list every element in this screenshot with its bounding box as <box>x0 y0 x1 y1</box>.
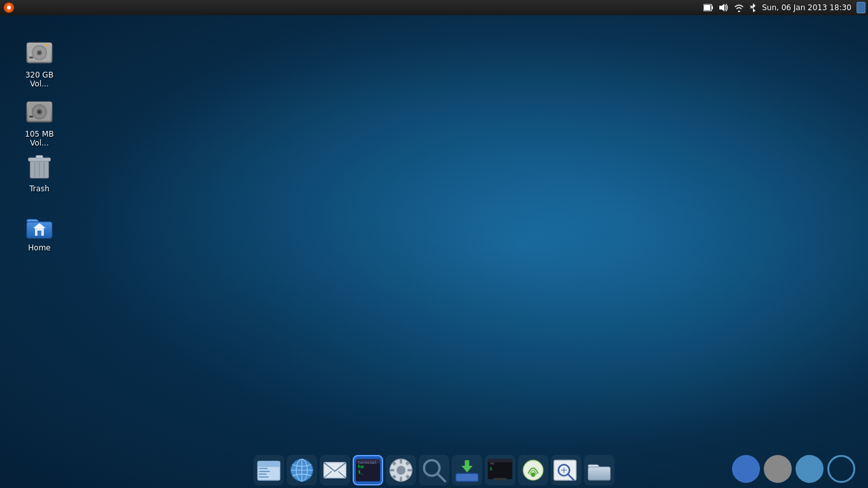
svg-rect-3 <box>712 6 713 10</box>
dock-button-1[interactable] <box>732 455 760 483</box>
dock-button-3[interactable] <box>796 455 824 483</box>
icon-label-home: Home <box>28 243 50 252</box>
dock-settings[interactable] <box>386 455 416 485</box>
dock-mail[interactable] <box>320 455 350 485</box>
desktop-icon-trash[interactable]: Trash <box>14 149 65 196</box>
dock-right-buttons <box>732 455 855 483</box>
dock-search[interactable] <box>419 455 449 485</box>
svg-line-61 <box>437 473 445 481</box>
desktop-icon-105mb[interactable]: 105 MB Vol... <box>14 94 65 151</box>
svg-marker-5 <box>719 4 724 11</box>
svg-rect-27 <box>36 156 43 159</box>
volume-icon[interactable] <box>719 3 729 12</box>
panel-right: Sun, 06 Jan 2013 18:30 <box>703 2 865 13</box>
dock-installer[interactable] <box>452 455 482 485</box>
svg-rect-31 <box>37 231 41 236</box>
trash-icon <box>24 151 55 182</box>
svg-point-71 <box>531 473 536 477</box>
svg-rect-64 <box>465 460 470 467</box>
svg-text:terminal: terminal <box>358 460 377 464</box>
dock-magnifier[interactable] <box>551 455 581 485</box>
svg-point-6 <box>738 11 740 13</box>
svg-rect-54 <box>390 469 395 471</box>
dock-button-4[interactable] <box>827 455 855 483</box>
svg-rect-4 <box>704 5 710 10</box>
svg-text:ne: ne <box>490 461 494 465</box>
battery-icon <box>703 4 714 11</box>
panel-left <box>3 1 15 14</box>
svg-rect-13 <box>29 57 33 58</box>
svg-rect-55 <box>408 469 412 471</box>
svg-rect-33 <box>258 461 280 467</box>
dock-filemanager[interactable] <box>254 455 284 485</box>
svg-point-20 <box>38 111 41 113</box>
svg-rect-52 <box>400 459 402 464</box>
dock-browser[interactable] <box>287 455 317 485</box>
svg-rect-34 <box>259 468 268 470</box>
dock: he $_ terminal <box>254 455 614 485</box>
svg-rect-21 <box>29 116 33 118</box>
dock-button-2[interactable] <box>764 455 792 483</box>
top-panel: Sun, 06 Jan 2013 18:30 <box>0 0 868 15</box>
dock-audio[interactable] <box>518 455 548 485</box>
dock-terminal[interactable]: he $_ terminal <box>353 455 383 485</box>
svg-rect-37 <box>259 477 269 478</box>
dock-folder[interactable] <box>584 455 614 485</box>
os-logo-icon[interactable] <box>3 1 15 14</box>
svg-rect-35 <box>259 471 270 472</box>
icon-label-320gb: 320 GB Vol... <box>17 71 62 89</box>
svg-rect-36 <box>259 473 266 475</box>
icon-label-trash: Trash <box>29 184 50 193</box>
svg-rect-77 <box>588 467 611 480</box>
icon-label-105mb: 105 MB Vol... <box>17 130 62 148</box>
datetime-label[interactable]: Sun, 06 Jan 2013 18:30 <box>762 3 851 12</box>
svg-point-1 <box>7 6 11 10</box>
home-icon <box>24 210 55 241</box>
harddisk-icon <box>24 37 55 68</box>
panel-button[interactable] <box>857 2 865 13</box>
svg-point-51 <box>397 466 405 475</box>
svg-point-12 <box>38 51 41 54</box>
svg-text:$: $ <box>489 466 492 471</box>
svg-text:he: he <box>358 464 364 470</box>
desktop-background <box>0 0 868 488</box>
svg-rect-53 <box>400 477 402 482</box>
desktop-icon-320gb[interactable]: 320 GB Vol... <box>14 35 65 92</box>
svg-text:$_: $_ <box>358 470 363 475</box>
svg-rect-62 <box>456 473 478 481</box>
bluetooth-icon[interactable] <box>749 3 757 13</box>
dock-monitor[interactable]: ne $ <box>485 455 515 485</box>
harddisk-small-icon <box>24 97 55 127</box>
svg-rect-14 <box>46 44 48 46</box>
desktop-icon-home[interactable]: Home <box>14 208 65 255</box>
wifi-icon[interactable] <box>734 3 744 12</box>
svg-rect-69 <box>494 478 507 480</box>
